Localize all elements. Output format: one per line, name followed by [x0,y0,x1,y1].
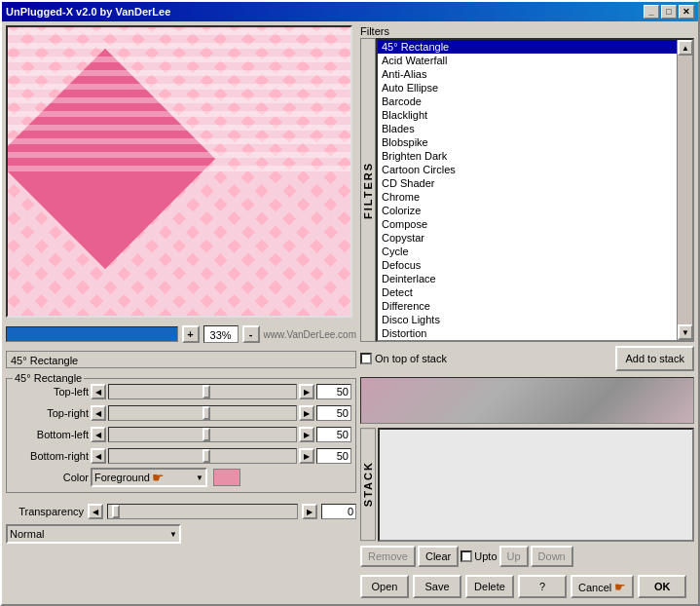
param-left-btn-topright[interactable]: ◀ [91,405,106,421]
slider-thumb-bottomleft [203,428,210,441]
param-left-btn-topleft[interactable]: ◀ [91,384,106,399]
blend-row: Normal ▼ [6,524,356,544]
main-window: UnPlugged-X v2.0 by VanDerLee _ □ ✕ [0,0,700,606]
blend-dropdown[interactable]: Normal ▼ [6,524,181,544]
filters-container: FILTERS 45° RectangleAcid WaterfallAnti-… [360,38,694,342]
param-right-btn-topleft[interactable]: ▶ [299,384,314,399]
slider-thumb-topright [203,406,210,420]
param-slider-topleft[interactable] [108,384,297,399]
thumbnail-image [361,378,693,423]
filter-item[interactable]: Barcode [378,95,677,108]
upto-checkbox-label[interactable]: Upto [461,550,497,562]
trans-left-btn[interactable]: ◀ [88,504,103,519]
filter-item[interactable]: 45° Rectangle [378,40,677,54]
diamond-shape [8,49,215,269]
param-left-btn-bottomleft[interactable]: ◀ [91,427,106,442]
window-title: UnPlugged-X v2.0 by VanDerLee [6,6,170,18]
zoom-in-button[interactable]: + [182,325,200,343]
filter-name-label: 45° Rectangle [6,351,356,368]
filter-item[interactable]: Disco Lights [378,313,677,326]
trans-right-btn[interactable]: ▶ [302,504,317,519]
on-top-checkbox-label[interactable]: On top of stack [360,353,447,364]
filter-item[interactable]: Colorize [378,204,677,217]
filter-list-wrapper: 45° RectangleAcid WaterfallAnti-AliasAut… [376,38,694,342]
add-options-row: On top of stack Add to stack [360,346,694,371]
filter-item[interactable]: Anti-Alias [378,67,677,81]
upto-checkbox[interactable] [461,550,472,562]
help-button[interactable]: ? [518,575,567,598]
filter-item[interactable]: Brighten Dark [378,149,677,163]
filter-item[interactable]: Difference [378,299,677,313]
filter-item[interactable]: Deinterlace [378,272,677,285]
dropdown-arrow-icon: ▼ [196,473,203,482]
param-slider-bottomright[interactable] [108,448,297,464]
delete-button[interactable]: Delete [465,575,514,598]
param-value-topleft[interactable]: 50 [316,384,351,399]
open-button[interactable]: Open [360,575,409,598]
minimize-button[interactable]: _ [644,5,659,19]
zoom-out-button[interactable]: - [242,325,260,343]
filter-item[interactable]: Distortion [378,326,677,340]
clear-button[interactable]: Clear [418,546,459,567]
color-dropdown-value: Foreground [94,472,150,483]
param-row-topleft: Top-left ◀ ▶ 50 [11,381,351,402]
trans-slider[interactable] [107,504,298,519]
filter-scrollbar: ▲ ▼ [677,40,692,340]
progress-bar [6,326,178,342]
filter-item[interactable]: Detect [378,285,677,299]
params-group: 45° Rectangle Top-left ◀ ▶ 50 Top-right … [6,378,356,493]
param-value-bottomleft[interactable]: 50 [316,427,351,442]
titlebar-buttons: _ □ ✕ [644,5,694,19]
trans-value[interactable]: 0 [321,504,356,519]
left-panel: + 33% - www.VanDerLee.com 45° Rectangle … [6,25,356,600]
maximize-button[interactable]: □ [661,5,677,19]
filter-item[interactable]: Cartoon Circles [378,163,677,176]
close-button[interactable]: ✕ [679,5,694,19]
stack-list[interactable] [378,428,694,541]
filter-item[interactable]: Defocus [378,258,677,272]
filter-item[interactable]: Auto Ellipse [378,81,677,95]
filter-item[interactable]: Cycle [378,245,677,258]
filters-section-label: Filters [360,25,694,37]
param-value-topright[interactable]: 50 [316,405,351,421]
cancel-button[interactable]: Cancel ☛ [571,575,634,598]
scroll-down-button[interactable]: ▼ [678,324,693,340]
param-slider-bottomleft[interactable] [108,427,297,442]
scroll-up-button[interactable]: ▲ [678,40,693,56]
param-label-topright: Top-right [11,407,89,419]
zoom-value: 33% [203,325,239,343]
on-top-checkbox[interactable] [360,353,372,364]
filter-list[interactable]: 45° RectangleAcid WaterfallAnti-AliasAut… [378,40,677,340]
titlebar: UnPlugged-X v2.0 by VanDerLee _ □ ✕ [2,2,698,21]
param-right-btn-topright[interactable]: ▶ [299,405,314,421]
param-slider-topright[interactable] [108,405,297,421]
blend-arrow-icon: ▼ [169,530,177,539]
save-button[interactable]: Save [413,575,461,598]
add-to-stack-button[interactable]: Add to stack [615,346,694,371]
filter-item[interactable]: Copystar [378,231,677,245]
ok-button[interactable]: OK [638,575,686,598]
url-label: www.VanDerLee.com [264,329,356,340]
param-right-btn-bottomright[interactable]: ▶ [299,448,314,464]
filter-item[interactable]: CD Shader [378,176,677,190]
down-button[interactable]: Down [531,546,573,567]
filter-item[interactable]: Chrome [378,190,677,204]
transparency-row: Transparency ◀ ▶ 0 [6,501,356,522]
color-swatch[interactable] [213,469,240,486]
param-value-bottomright[interactable]: 50 [316,448,351,464]
filter-item[interactable]: Blobspike [378,135,677,149]
stack-panel: STACK [360,428,694,541]
param-right-btn-bottomleft[interactable]: ▶ [299,427,314,442]
thumbnail-strip [360,377,694,424]
trans-slider-thumb [112,505,120,518]
filter-item[interactable]: Compose [378,217,677,231]
color-dropdown[interactable]: Foreground ☛ ▼ [91,468,207,487]
filter-item[interactable]: Acid Waterfall [378,54,677,67]
remove-button[interactable]: Remove [360,546,416,567]
up-button[interactable]: Up [499,546,529,567]
blend-value: Normal [10,528,44,540]
filter-item[interactable]: Blades [378,122,677,135]
on-top-label: On top of stack [375,353,447,364]
param-left-btn-bottomright[interactable]: ◀ [91,448,106,464]
filter-item[interactable]: Blacklight [378,108,677,122]
